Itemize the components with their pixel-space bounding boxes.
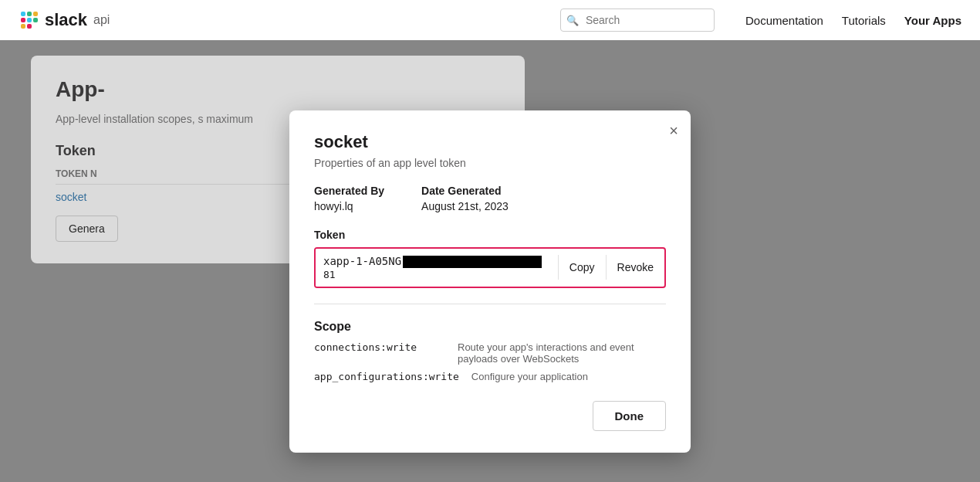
- svg-rect-1: [27, 12, 32, 16]
- svg-rect-4: [27, 18, 32, 22]
- scope-row-1: app_configurations:write Configure your …: [314, 371, 666, 382]
- modal-close-button[interactable]: ×: [669, 123, 678, 138]
- modal-overlay: × socket Properties of an app level toke…: [0, 40, 980, 482]
- modal-meta: Generated By howyi.lq Date Generated Aug…: [314, 185, 666, 213]
- scope-desc-1: Configure your application: [471, 371, 588, 382]
- modal-dialog: × socket Properties of an app level toke…: [289, 110, 691, 453]
- divider: [314, 304, 666, 304]
- svg-rect-2: [33, 12, 38, 16]
- background-page: App- App-level installation scopes, s ma…: [0, 40, 980, 482]
- meta-generated-by: Generated By howyi.lq: [314, 185, 384, 213]
- navbar-logo-text: slack: [45, 10, 87, 30]
- search-input[interactable]: [560, 8, 715, 32]
- revoke-token-button[interactable]: Revoke: [606, 255, 664, 280]
- date-generated-value: August 21st, 2023: [421, 200, 509, 212]
- navbar-links: Documentation Tutorials Your Apps: [745, 14, 961, 27]
- done-button[interactable]: Done: [593, 401, 667, 431]
- token-mask: [403, 256, 542, 268]
- token-label: Token: [314, 229, 666, 241]
- search-bar[interactable]: 🔍: [560, 8, 715, 32]
- token-section: Token xapp-1-A05NG81 Copy Revoke: [314, 229, 666, 288]
- svg-rect-3: [21, 18, 25, 22]
- search-icon: 🔍: [566, 15, 579, 26]
- navbar: slack api 🔍 Documentation Tutorials Your…: [0, 0, 980, 40]
- nav-link-your-apps[interactable]: Your Apps: [904, 14, 961, 27]
- scope-row-0: connections:write Route your app's inter…: [314, 341, 666, 365]
- scope-desc-0: Route your app's interactions and event …: [458, 341, 666, 365]
- nav-link-tutorials[interactable]: Tutorials: [842, 14, 886, 27]
- meta-date-generated: Date Generated August 21st, 2023: [421, 185, 509, 213]
- modal-title: socket: [314, 132, 666, 152]
- svg-rect-0: [21, 12, 25, 16]
- token-field-wrap: xapp-1-A05NG81 Copy Revoke: [314, 247, 666, 288]
- scope-name-0: connections:write: [314, 341, 445, 353]
- slack-logo-icon: [19, 9, 40, 31]
- token-end: 81: [323, 269, 336, 280]
- svg-rect-5: [33, 18, 38, 22]
- nav-link-documentation[interactable]: Documentation: [745, 14, 823, 27]
- navbar-logo-api: api: [93, 13, 110, 27]
- generated-by-label: Generated By: [314, 185, 384, 197]
- date-generated-label: Date Generated: [421, 185, 509, 197]
- scope-title: Scope: [314, 320, 666, 334]
- token-display: xapp-1-A05NG81: [316, 249, 558, 287]
- logo: slack api: [19, 9, 110, 31]
- scope-name-1: app_configurations:write: [314, 371, 459, 382]
- svg-rect-6: [21, 24, 25, 29]
- token-prefix: xapp-1-A05NG: [323, 255, 401, 267]
- svg-rect-7: [27, 24, 32, 29]
- modal-subtitle: Properties of an app level token: [314, 157, 666, 169]
- scope-section: Scope connections:write Route your app's…: [314, 320, 666, 382]
- copy-token-button[interactable]: Copy: [558, 255, 606, 280]
- modal-footer: Done: [314, 401, 666, 431]
- generated-by-value: howyi.lq: [314, 200, 353, 212]
